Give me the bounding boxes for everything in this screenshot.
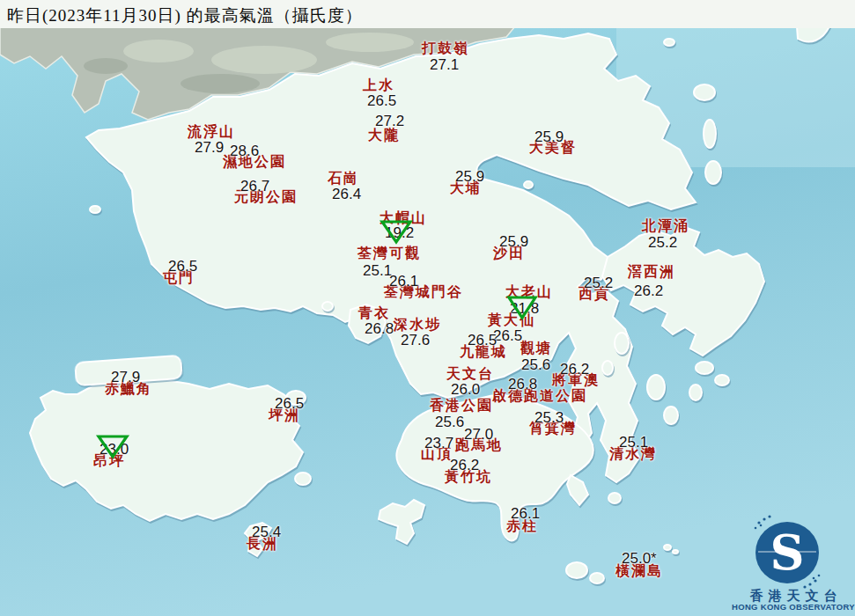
station-name: 大隴: [368, 128, 400, 143]
station-value: 25.9: [499, 234, 528, 249]
station-value: 26.2: [450, 458, 479, 473]
hong-kong-map: [0, 0, 855, 616]
station-value: 27.2: [375, 114, 404, 128]
station-name: 上水: [363, 78, 394, 92]
station-name: 荃灣可觀: [357, 246, 421, 260]
station-name: 天文台: [446, 367, 494, 381]
station-value: 25.2: [584, 275, 613, 290]
station-value: 26.5: [168, 259, 197, 274]
station-value: 26.7: [240, 179, 269, 194]
station-value: 26.5: [275, 396, 304, 411]
station-name: 滘西洲: [628, 265, 675, 279]
station-value: 26.0: [451, 382, 480, 397]
station-value: 27.9: [111, 370, 140, 385]
station-value: 25.1: [619, 435, 648, 450]
station-value: 28.6: [230, 143, 259, 158]
station-value: 26.4: [332, 187, 361, 202]
station-value: 25.3: [534, 410, 564, 425]
station-value: 25.2: [648, 235, 677, 250]
station-value: 23.7: [424, 436, 453, 451]
station-name: 北潭涌: [642, 219, 689, 233]
station-name: 石崗: [328, 172, 359, 186]
page-title: 昨日(2023年11月30日) 的最高氣溫（攝氏度）: [7, 4, 363, 27]
station-value: 25.6: [521, 357, 550, 372]
station-value: 25.9: [455, 169, 484, 184]
ma-wan-island: [322, 302, 333, 311]
station-name: 香港公園: [430, 399, 493, 413]
station-value: 27.6: [401, 333, 430, 348]
station-value: 26.2: [634, 283, 663, 298]
station-value: 26.8: [365, 321, 394, 336]
station-value: 26.8: [508, 377, 537, 392]
station-value: 26.5: [367, 93, 396, 108]
hko-logo-text-en: HONG KONG OBSERVATORY: [727, 602, 855, 612]
station-value: 25.1: [363, 263, 392, 278]
station-name: 深水埗: [394, 318, 441, 332]
lung-kwu-chau-island: [90, 206, 100, 213]
station-name: 青衣: [358, 306, 390, 320]
station-value: 26.2: [560, 362, 589, 377]
station-value: 23.0: [100, 442, 129, 457]
station-value: 25.0*: [622, 551, 657, 566]
station-value: 25.4: [252, 524, 281, 539]
station-name: 流浮山: [188, 125, 235, 139]
station-name: 打鼓嶺: [422, 41, 469, 55]
station-name: 大帽山: [380, 211, 427, 225]
station-name: 黃大仙: [488, 313, 535, 327]
station-value: 25.6: [435, 414, 464, 429]
station-value: 26.1: [511, 506, 540, 521]
hei-ling-chau-island: [295, 473, 311, 485]
station-value: 27.1: [430, 57, 459, 72]
hko-s-symbol: S: [770, 524, 805, 581]
station-value: 26.1: [389, 274, 418, 289]
station-name: 啟德跑道公園: [492, 389, 587, 403]
station-value: 25.9: [534, 129, 564, 144]
station-name: 大老山: [505, 285, 553, 299]
station-value: 26.5: [493, 328, 522, 343]
station-value: 27.0: [464, 427, 493, 442]
station-value: 26.5: [468, 333, 497, 348]
tolo-islet: [524, 181, 533, 188]
station-name: 觀塘: [520, 341, 552, 356]
station-value: 19.2: [385, 225, 414, 240]
station-value: 27.9: [195, 140, 224, 155]
